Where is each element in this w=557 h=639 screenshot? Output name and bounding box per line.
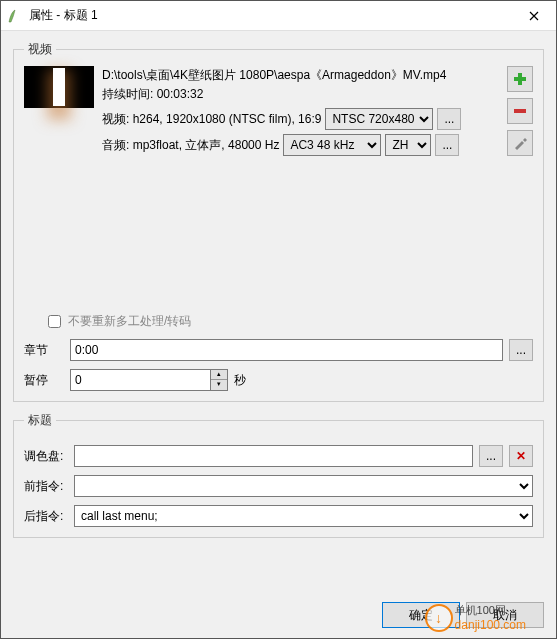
palette-more-button[interactable]: ...: [479, 445, 503, 467]
palette-delete-button[interactable]: ✕: [509, 445, 533, 467]
audio-info: 音频: mp3float, 立体声, 48000 Hz: [102, 136, 279, 155]
palette-input[interactable]: [74, 445, 473, 467]
video-group: 视频 D:\tools\桌面\4K壁纸图片 1080P\aespa《Armage…: [13, 41, 544, 402]
audio-more-button[interactable]: ...: [435, 134, 459, 156]
close-button[interactable]: [511, 1, 556, 30]
pause-spinner[interactable]: ▴▾: [210, 369, 228, 391]
add-button[interactable]: [507, 66, 533, 92]
palette-label: 调色盘:: [24, 448, 68, 465]
settings-button[interactable]: [507, 130, 533, 156]
video-more-button[interactable]: ...: [437, 108, 461, 130]
audio-format-select[interactable]: AC3 48 kHz: [283, 134, 381, 156]
svg-rect-1: [514, 77, 526, 81]
title-legend: 标题: [24, 412, 56, 429]
chapter-input[interactable]: [70, 339, 503, 361]
chapter-label: 章节: [24, 342, 64, 359]
cancel-button[interactable]: 取消: [466, 602, 544, 628]
video-filepath: D:\tools\桌面\4K壁纸图片 1080P\aespa《Armageddo…: [102, 66, 493, 85]
video-info: 视频: h264, 1920x1080 (NTSC film), 16:9: [102, 110, 321, 129]
video-duration: 持续时间: 00:03:32: [102, 85, 493, 104]
postcmd-label: 后指令:: [24, 508, 68, 525]
audio-lang-select[interactable]: ZH: [385, 134, 431, 156]
ok-button[interactable]: 确定: [382, 602, 460, 628]
pause-input[interactable]: [70, 369, 210, 391]
video-thumbnail: [24, 66, 94, 108]
pause-label: 暂停: [24, 372, 64, 389]
title-group: 标题 调色盘: ... ✕ 前指令: 后指令: call last menu;: [13, 412, 544, 538]
postcmd-select[interactable]: call last menu;: [74, 505, 533, 527]
precmd-select[interactable]: [74, 475, 533, 497]
no-remux-checkbox[interactable]: [48, 315, 61, 328]
svg-rect-2: [514, 109, 526, 113]
no-remux-label: 不要重新多工处理/转码: [68, 313, 191, 330]
chapter-more-button[interactable]: ...: [509, 339, 533, 361]
pause-unit: 秒: [234, 372, 246, 389]
app-icon: [7, 8, 23, 24]
precmd-label: 前指令:: [24, 478, 68, 495]
remove-button[interactable]: [507, 98, 533, 124]
video-format-select[interactable]: NTSC 720x480: [325, 108, 433, 130]
video-legend: 视频: [24, 41, 56, 58]
window-title: 属性 - 标题 1: [29, 7, 511, 24]
